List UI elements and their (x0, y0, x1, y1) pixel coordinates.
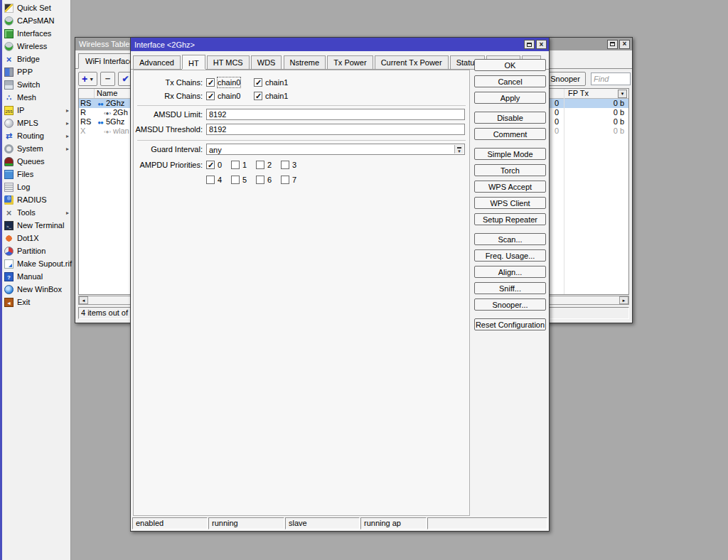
row-value: 0 (555, 117, 559, 126)
dialog-button[interactable]: WPS Accept (474, 181, 546, 193)
sidebar-item[interactable]: Tools ▸ (2, 206, 70, 219)
dialog-button[interactable]: Simple Mode (474, 148, 546, 160)
add-button[interactable]: + ▼ (78, 72, 97, 86)
sidebar-item[interactable]: RADIUS ▸ (2, 193, 70, 206)
ampdu-priority-checkbox[interactable]: 6 (256, 175, 272, 185)
sidebar-item[interactable]: Interfaces ▸ (2, 27, 70, 40)
ampdu-priority-checkbox[interactable]: 5 (231, 175, 247, 185)
chain-checkbox[interactable]: chain0 (206, 77, 240, 87)
guard-interval-select[interactable]: any ▼ (206, 144, 465, 155)
snooper-button[interactable]: Snooper (545, 72, 586, 86)
ampdu-priority-checkbox[interactable]: 4 (206, 175, 222, 185)
sidebar-item[interactable]: MPLS ▸ (2, 117, 70, 129)
sidebar-item[interactable]: Bridge ▸ (2, 53, 70, 65)
chain-checkbox[interactable]: chain1 (254, 77, 288, 87)
dialog-button[interactable]: Snooper... (474, 298, 546, 311)
dialog-tab[interactable]: Current Tx Power (375, 55, 449, 69)
dialog-button[interactable]: WPS Client (474, 197, 546, 209)
close-icon[interactable]: × (619, 40, 630, 49)
ampdu-priority-checkbox[interactable]: 0 (206, 160, 222, 170)
dialog-button[interactable]: Setup Repeater (474, 213, 546, 225)
name-column-header[interactable]: Name (95, 89, 117, 98)
sidebar-item[interactable]: Make Supout.rif ▸ (2, 257, 70, 270)
scroll-left-icon[interactable]: ◄ (79, 296, 88, 304)
chain-checkbox[interactable]: chain0 (206, 91, 240, 101)
sidebar-item[interactable]: New Terminal ▸ (2, 219, 70, 232)
sidebar-item[interactable]: Manual ▸ (2, 270, 70, 283)
sidebar-item[interactable]: Log ▸ (2, 181, 70, 193)
sidebar-item-icon (4, 170, 14, 179)
sidebar-item[interactable]: Wireless ▸ (2, 40, 70, 53)
dialog-tab[interactable]: HT (182, 55, 205, 69)
sidebar-item[interactable]: Mesh ▸ (2, 91, 70, 104)
dialog-tab[interactable]: Nstreme (284, 55, 326, 69)
flags-column-header[interactable] (79, 89, 95, 98)
checkbox-icon[interactable] (231, 176, 240, 184)
sidebar-item[interactable]: Files ▸ (2, 168, 70, 181)
sidebar-item[interactable]: New WinBox ▸ (2, 283, 70, 296)
dialog-titlebar[interactable]: Interface <2Ghz> × (131, 38, 549, 51)
sidebar-item[interactable]: Quick Set ▸ (2, 1, 70, 14)
sidebar-item[interactable]: Dot1X ▸ (2, 232, 70, 244)
ampdu-priority-checkbox[interactable]: 7 (281, 175, 296, 185)
find-input[interactable] (591, 72, 631, 85)
maximize-icon[interactable] (607, 40, 618, 49)
chain-checkbox[interactable]: chain1 (254, 91, 288, 101)
dialog-button[interactable]: Sniff... (474, 282, 546, 294)
sidebar-item-icon (4, 29, 14, 38)
sidebar-item-label: CAPsMAN (17, 16, 55, 25)
checkbox-icon[interactable] (281, 161, 289, 169)
dialog-button[interactable]: Scan... (474, 233, 546, 245)
close-icon[interactable]: × (536, 40, 547, 49)
remove-button[interactable]: − (100, 72, 115, 86)
interface-dialog: Interface <2Ghz> × Advanced HT HT MCS WD… (130, 37, 550, 532)
sidebar-item[interactable]: Exit ▸ (2, 296, 70, 308)
checkbox-icon[interactable] (206, 161, 215, 169)
dialog-button[interactable]: Reset Configuration (474, 318, 546, 330)
dialog-button[interactable]: OK (474, 59, 546, 71)
checkbox-icon[interactable] (256, 161, 264, 169)
sidebar-item[interactable]: IP ▸ (2, 104, 70, 117)
checkbox-icon[interactable] (254, 92, 262, 100)
maximize-icon[interactable] (524, 40, 535, 49)
checkbox-icon[interactable] (206, 176, 215, 184)
column-filter-icon[interactable]: ▼ (618, 90, 627, 98)
dialog-tab[interactable]: WDS (251, 55, 282, 69)
dialog-button[interactable]: Torch (474, 164, 546, 176)
dialog-button[interactable]: Comment (474, 128, 546, 140)
dropdown-icon[interactable]: ▼ (454, 145, 464, 154)
dialog-button[interactable]: Cancel (474, 75, 546, 87)
dialog-tab[interactable]: Tx Power (327, 55, 373, 69)
sidebar-item-icon (4, 80, 14, 90)
sidebar-item[interactable]: Switch ▸ (2, 78, 70, 91)
dialog-tab[interactable]: HT MCS (207, 55, 250, 69)
checkbox-icon[interactable] (281, 176, 289, 184)
sidebar-item[interactable]: Routing ▸ (2, 129, 70, 142)
sidebar-item[interactable]: PPP ▸ (2, 65, 70, 78)
amsdu-threshold-input[interactable] (206, 124, 465, 135)
dialog-button[interactable]: Freq. Usage... (474, 249, 546, 262)
checkbox-icon[interactable] (256, 176, 264, 184)
chevron-down-icon: ▼ (89, 77, 94, 82)
dialog-button[interactable]: Align... (474, 266, 546, 278)
amsdu-limit-input[interactable] (206, 109, 465, 120)
dialog-tab[interactable]: Advanced (133, 55, 181, 69)
checkbox-icon[interactable] (206, 78, 215, 87)
ampdu-priority-checkbox[interactable]: 1 (231, 160, 247, 170)
sidebar-item[interactable]: Partition ▸ (2, 244, 70, 257)
ampdu-priority-checkbox[interactable]: 2 (256, 160, 272, 170)
sidebar-item-label: Manual (17, 272, 43, 281)
amsdu-limit-label: AMSDU Limit: (134, 109, 203, 119)
sidebar-item[interactable]: System ▸ (2, 142, 70, 155)
interface-name: 5Ghz (106, 117, 124, 126)
checkbox-icon[interactable] (254, 78, 262, 87)
dialog-button[interactable]: Apply (474, 92, 546, 104)
sidebar-item[interactable]: CAPsMAN ▸ (2, 14, 70, 27)
ampdu-priority-checkbox[interactable]: 3 (281, 160, 296, 170)
fp-tx-column-header[interactable]: FP Tx (568, 89, 589, 97)
dialog-button[interactable]: Disable (474, 112, 546, 124)
scroll-right-icon[interactable]: ► (619, 296, 628, 304)
sidebar-item[interactable]: Queues ▸ (2, 155, 70, 168)
checkbox-icon[interactable] (231, 161, 240, 169)
checkbox-icon[interactable] (206, 92, 215, 100)
